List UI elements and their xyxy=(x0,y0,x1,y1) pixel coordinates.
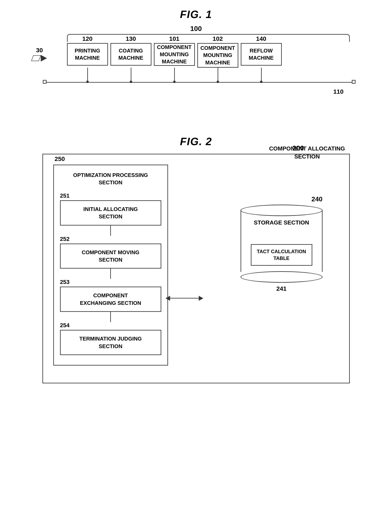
substrate-icon xyxy=(31,55,41,61)
arrow-right-icon xyxy=(41,55,47,61)
label-101: 101 xyxy=(169,35,179,43)
arrowhead-left xyxy=(166,296,170,301)
fig1-section: FIG. 1 100 30 120 PRINTINGMACHINE xyxy=(16,8,376,111)
network-end-right xyxy=(352,80,355,84)
label-30: 30 xyxy=(36,47,43,54)
dot-120 xyxy=(86,80,89,83)
network-line xyxy=(44,82,354,83)
fig1-diagram: 100 30 120 PRINTINGMACHINE xyxy=(32,25,360,111)
dot-130 xyxy=(130,80,132,83)
storage-label: STORAGE SECTION xyxy=(241,219,322,226)
subsection-251: INITIAL ALLOCATINGSECTION xyxy=(60,200,161,226)
storage-area: 240 STORAGE SECTION TACT CALCULATIONTABL… xyxy=(228,195,335,292)
label-253: 253 xyxy=(60,279,161,285)
substrate-group: 30 xyxy=(32,47,47,61)
fig2-section: FIG. 2 200 COMPONENT ALLOCATINGSECTION 2… xyxy=(16,135,376,383)
arrowhead-right xyxy=(199,296,203,301)
cylinder-body: STORAGE SECTION TACT CALCULATIONTABLE xyxy=(241,210,322,272)
vline-3 xyxy=(110,312,111,322)
dot-101 xyxy=(173,80,176,83)
label-120: 120 xyxy=(82,35,92,43)
dot-140 xyxy=(260,80,262,83)
subsection-253: COMPONENTEXCHANGING SECTION xyxy=(60,287,161,312)
subsection-254-wrapper: 254 TERMINATION JUDGINGSECTION xyxy=(60,322,161,355)
fig2-outer-box: 200 COMPONENT ALLOCATINGSECTION 250 OPTI… xyxy=(42,154,350,383)
connector-130 xyxy=(131,68,131,82)
machine-mount2: 102 COMPONENTMOUNTINGMACHINE xyxy=(197,43,238,68)
label-102: 102 xyxy=(213,35,223,43)
cylinder-bottom xyxy=(241,271,322,283)
machine-printing: 120 PRINTINGMACHINE xyxy=(67,43,108,66)
label-140: 140 xyxy=(256,35,266,43)
label-251: 251 xyxy=(60,193,161,199)
subsection-252: COMPONENT MOVINGSECTION xyxy=(60,244,161,269)
vline-2 xyxy=(110,268,111,279)
subsection-252-wrapper: 252 COMPONENT MOVINGSECTION xyxy=(60,236,161,269)
arrow-line xyxy=(166,298,203,298)
tact-box: TACT CALCULATIONTABLE xyxy=(251,244,312,266)
brace-100 xyxy=(67,34,350,42)
subsection-254: TERMINATION JUDGINGSECTION xyxy=(60,330,161,355)
machine-reflow: 140 REFLOWMACHINE xyxy=(241,43,282,66)
machine-mount1: 101 COMPONENTMOUNTINGMACHINE xyxy=(154,43,195,66)
label-240: 240 xyxy=(228,195,322,203)
subsection-251-wrapper: 251 INITIAL ALLOCATINGSECTION xyxy=(60,193,161,226)
subsection-253-wrapper: 253 COMPONENTEXCHANGING SECTION xyxy=(60,279,161,312)
outer-label: COMPONENT ALLOCATINGSECTION xyxy=(269,145,345,160)
machine-coating: 130 COATINGMACHINE xyxy=(110,43,151,66)
label-252: 252 xyxy=(60,236,161,242)
optimization-label: OPTIMIZATION PROCESSINGSECTION xyxy=(60,171,161,186)
dot-102 xyxy=(217,80,219,83)
optimization-box: 250 OPTIMIZATION PROCESSINGSECTION 251 I… xyxy=(53,165,168,366)
fig1-title: FIG. 1 xyxy=(16,8,376,20)
connector-102 xyxy=(218,68,218,82)
vline-1 xyxy=(110,226,111,236)
connector-120 xyxy=(87,68,88,82)
label-254: 254 xyxy=(60,322,161,329)
label-100: 100 xyxy=(190,25,202,33)
label-130: 130 xyxy=(126,35,136,43)
network-end-left xyxy=(43,80,47,84)
cylinder: STORAGE SECTION TACT CALCULATIONTABLE 24… xyxy=(241,205,322,292)
cylinder-top xyxy=(241,205,322,216)
label-110: 110 xyxy=(333,88,343,95)
label-250: 250 xyxy=(55,155,65,162)
connector-101 xyxy=(174,68,175,82)
double-arrow xyxy=(166,298,203,298)
label-241: 241 xyxy=(241,285,322,292)
connector-140 xyxy=(261,68,262,82)
